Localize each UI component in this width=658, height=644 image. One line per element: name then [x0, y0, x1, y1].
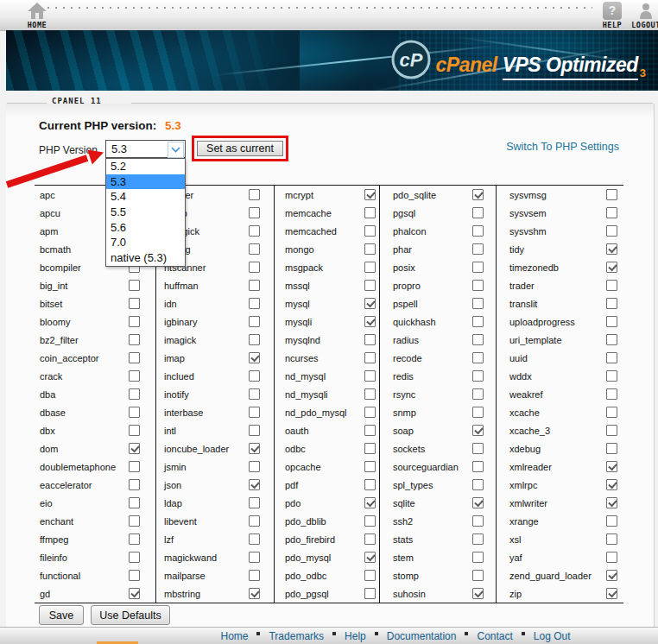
extension-checkbox[interactable]: [472, 534, 484, 545]
extension-checkbox[interactable]: [249, 280, 260, 291]
extension-checkbox[interactable]: [249, 570, 260, 581]
extension-checkbox[interactable]: [364, 280, 376, 291]
extension-checkbox[interactable]: [249, 207, 260, 218]
extension-checkbox[interactable]: [472, 243, 484, 255]
extension-checkbox[interactable]: [364, 515, 376, 527]
extension-checkbox[interactable]: [472, 388, 484, 400]
extension-checkbox[interactable]: [472, 570, 484, 581]
extension-checkbox[interactable]: [472, 515, 484, 527]
extension-checkbox[interactable]: [606, 570, 617, 581]
extension-checkbox[interactable]: [129, 370, 140, 382]
extension-checkbox[interactable]: [472, 461, 484, 472]
extension-checkbox[interactable]: [606, 370, 617, 382]
extension-checkbox[interactable]: [364, 461, 376, 472]
extension-checkbox[interactable]: [129, 407, 140, 418]
extension-checkbox[interactable]: [364, 243, 376, 255]
extension-checkbox[interactable]: [249, 298, 260, 309]
footer-link[interactable]: Home: [220, 630, 248, 642]
extension-checkbox[interactable]: [249, 225, 260, 237]
php-version-option[interactable]: 5.2: [106, 159, 185, 174]
switch-to-php-settings-link[interactable]: Switch To PHP Settings: [506, 141, 619, 153]
extension-checkbox[interactable]: [606, 515, 617, 527]
extension-checkbox[interactable]: [364, 316, 376, 327]
extension-checkbox[interactable]: [364, 497, 376, 508]
extension-checkbox[interactable]: [472, 370, 484, 382]
extension-checkbox[interactable]: [249, 370, 260, 382]
use-defaults-button[interactable]: Use Defaults: [91, 605, 170, 625]
php-version-option[interactable]: 5.5: [106, 205, 185, 220]
extension-checkbox[interactable]: [364, 352, 376, 363]
extension-checkbox[interactable]: [606, 534, 617, 545]
php-version-option[interactable]: 7.0: [106, 235, 185, 250]
logout-button[interactable]: LOGOUT: [622, 2, 658, 29]
extension-checkbox[interactable]: [249, 316, 260, 327]
extension-checkbox[interactable]: [249, 443, 260, 454]
extension-checkbox[interactable]: [606, 461, 617, 472]
extension-checkbox[interactable]: [606, 280, 617, 291]
footer-link[interactable]: Contact: [477, 630, 512, 642]
extension-checkbox[interactable]: [364, 370, 376, 382]
extension-checkbox[interactable]: [364, 388, 376, 400]
php-version-select[interactable]: 5.3: [105, 140, 186, 158]
extension-checkbox[interactable]: [249, 262, 260, 273]
extension-checkbox[interactable]: [364, 334, 376, 345]
extension-checkbox[interactable]: [129, 570, 140, 581]
extension-checkbox[interactable]: [472, 552, 484, 563]
extension-checkbox[interactable]: [472, 280, 484, 291]
extension-checkbox[interactable]: [364, 262, 376, 273]
extension-checkbox[interactable]: [472, 497, 484, 508]
extension-checkbox[interactable]: [472, 588, 484, 599]
footer-link[interactable]: Documentation: [387, 630, 457, 642]
extension-checkbox[interactable]: [129, 461, 140, 472]
extension-checkbox[interactable]: [472, 262, 484, 273]
extension-checkbox[interactable]: [249, 334, 260, 345]
extension-checkbox[interactable]: [472, 316, 484, 327]
extension-checkbox[interactable]: [249, 352, 260, 363]
php-version-option[interactable]: 5.3: [106, 174, 185, 190]
extension-checkbox[interactable]: [249, 461, 260, 472]
extension-checkbox[interactable]: [606, 207, 617, 218]
extension-checkbox[interactable]: [364, 207, 376, 218]
extension-checkbox[interactable]: [606, 497, 617, 508]
extension-checkbox[interactable]: [606, 407, 617, 418]
extension-checkbox[interactable]: [129, 334, 140, 345]
extension-checkbox[interactable]: [249, 388, 260, 400]
extension-checkbox[interactable]: [606, 588, 617, 599]
extension-checkbox[interactable]: [606, 352, 617, 363]
extension-checkbox[interactable]: [606, 225, 617, 237]
extension-checkbox[interactable]: [472, 443, 484, 454]
extension-checkbox[interactable]: [249, 497, 260, 508]
extension-checkbox[interactable]: [606, 334, 617, 345]
php-version-option[interactable]: 5.6: [106, 220, 185, 236]
extension-checkbox[interactable]: [364, 479, 376, 490]
extension-checkbox[interactable]: [364, 570, 376, 581]
extension-checkbox[interactable]: [472, 207, 484, 218]
extension-checkbox[interactable]: [606, 316, 617, 327]
extension-checkbox[interactable]: [249, 515, 260, 527]
extension-checkbox[interactable]: [249, 552, 260, 563]
extension-checkbox[interactable]: [606, 262, 617, 273]
extension-checkbox[interactable]: [129, 588, 140, 599]
extension-checkbox[interactable]: [249, 407, 260, 418]
extension-checkbox[interactable]: [129, 479, 140, 490]
extension-checkbox[interactable]: [606, 298, 617, 309]
extension-checkbox[interactable]: [606, 552, 617, 563]
extension-checkbox[interactable]: [472, 225, 484, 237]
extension-checkbox[interactable]: [606, 243, 617, 255]
set-as-current-button[interactable]: Set as current: [197, 141, 283, 156]
extension-checkbox[interactable]: [249, 479, 260, 490]
extension-checkbox[interactable]: [364, 443, 376, 454]
home-button[interactable]: HOME: [12, 2, 62, 29]
extension-checkbox[interactable]: [129, 388, 140, 400]
save-button[interactable]: Save: [39, 605, 84, 625]
extension-checkbox[interactable]: [364, 588, 376, 599]
chevron-down-icon[interactable]: [168, 142, 184, 158]
extension-checkbox[interactable]: [249, 189, 260, 200]
extension-checkbox[interactable]: [364, 552, 376, 563]
extension-checkbox[interactable]: [606, 443, 617, 454]
extension-checkbox[interactable]: [129, 280, 140, 291]
extension-checkbox[interactable]: [472, 352, 484, 363]
php-version-option[interactable]: 5.4: [106, 189, 185, 205]
extension-checkbox[interactable]: [129, 552, 140, 563]
php-version-option[interactable]: native (5.3): [106, 250, 185, 266]
